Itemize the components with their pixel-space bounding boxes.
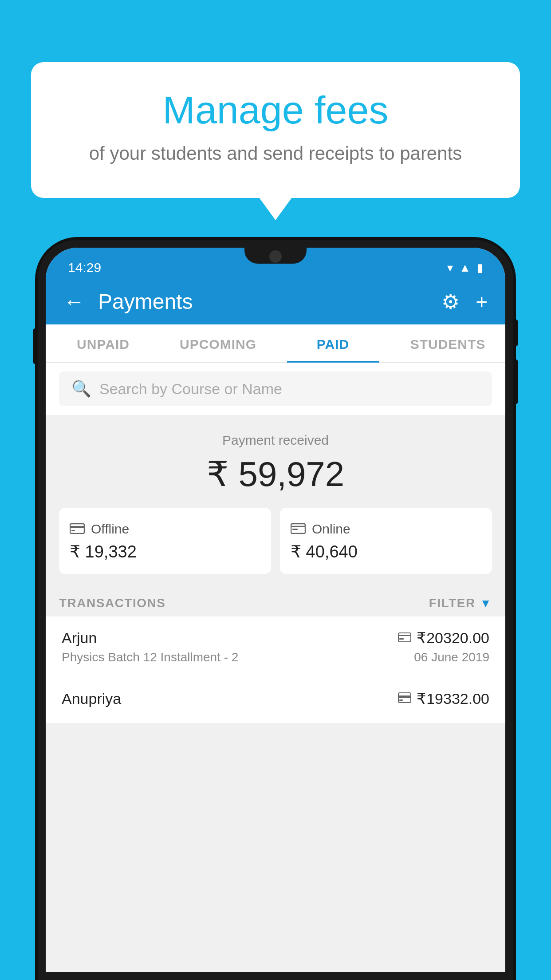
- svg-rect-1: [70, 526, 84, 528]
- transaction-course: Physics Batch 12 Installment - 2: [62, 650, 238, 664]
- payment-received-label: Payment received: [59, 433, 492, 448]
- transaction-list: Arjun ₹20320.00: [46, 616, 505, 724]
- phone-camera: [269, 250, 282, 263]
- content-area: 🔍 Search by Course or Name Payment recei…: [46, 363, 505, 972]
- plus-icon[interactable]: +: [476, 290, 488, 314]
- offline-label: Offline: [91, 522, 129, 537]
- transactions-label: TRANSACTIONS: [59, 596, 165, 610]
- speech-bubble-container: Manage fees of your students and send re…: [31, 62, 520, 198]
- online-transaction-icon: [398, 630, 411, 645]
- transactions-header: TRANSACTIONS FILTER ▼: [46, 587, 505, 616]
- phone-frame: 14:29 ▾ ▲ ▮ ← Payments ⚙ + UNPAID UPCOMI…: [38, 240, 513, 980]
- svg-rect-11: [399, 699, 403, 701]
- tab-paid[interactable]: PAID: [276, 324, 390, 362]
- transaction-name: Anupriya: [62, 690, 121, 707]
- transaction-amount-container: ₹20320.00: [398, 629, 489, 647]
- offline-amount: ₹ 19,332: [70, 542, 260, 561]
- bubble-title: Manage fees: [67, 89, 484, 132]
- svg-rect-5: [292, 529, 298, 530]
- table-row[interactable]: Anupriya ₹19332.00: [46, 677, 505, 724]
- svg-rect-8: [399, 638, 404, 640]
- side-button-right-2: [514, 360, 518, 404]
- svg-rect-0: [70, 524, 84, 533]
- offline-card-header: Offline: [70, 520, 260, 537]
- app-header: ← Payments ⚙ +: [46, 281, 505, 324]
- payment-cards: Offline ₹ 19,332: [59, 508, 492, 574]
- search-icon: 🔍: [71, 379, 91, 398]
- side-button-right-1: [514, 320, 518, 346]
- payment-summary: Payment received ₹ 59,972: [46, 415, 505, 587]
- svg-rect-6: [398, 633, 411, 642]
- filter-button[interactable]: FILTER ▼: [429, 596, 492, 610]
- transaction-amount: ₹19332.00: [417, 690, 489, 707]
- offline-transaction-icon: [398, 691, 411, 706]
- gear-icon[interactable]: ⚙: [441, 290, 460, 314]
- signal-icon: ▲: [459, 261, 471, 275]
- offline-icon: [70, 520, 85, 537]
- online-label: Online: [312, 522, 350, 537]
- search-container: 🔍 Search by Course or Name: [46, 363, 505, 415]
- search-placeholder: Search by Course or Name: [99, 380, 282, 398]
- online-icon: [291, 520, 306, 537]
- transaction-row-top: Anupriya ₹19332.00: [62, 690, 489, 707]
- page-title: Payments: [98, 289, 441, 314]
- filter-icon: ▼: [480, 597, 492, 610]
- filter-label: FILTER: [429, 596, 476, 610]
- side-button-left: [33, 328, 37, 364]
- battery-icon: ▮: [477, 261, 483, 275]
- search-box[interactable]: 🔍 Search by Course or Name: [59, 371, 492, 406]
- transaction-row-top: Arjun ₹20320.00: [62, 629, 489, 647]
- tab-upcoming[interactable]: UPCOMING: [161, 324, 276, 362]
- status-icons: ▾ ▲ ▮: [447, 261, 483, 275]
- online-card-header: Online: [291, 520, 481, 537]
- back-button[interactable]: ←: [63, 289, 85, 314]
- phone-screen: 14:29 ▾ ▲ ▮ ← Payments ⚙ + UNPAID UPCOMI…: [46, 248, 505, 972]
- online-amount: ₹ 40,640: [291, 542, 481, 561]
- offline-payment-card: Offline ₹ 19,332: [59, 508, 271, 574]
- payment-total-amount: ₹ 59,972: [59, 454, 492, 494]
- bubble-subtitle: of your students and send receipts to pa…: [67, 141, 484, 167]
- tab-unpaid[interactable]: UNPAID: [46, 324, 161, 362]
- transaction-amount: ₹20320.00: [417, 629, 489, 647]
- wifi-icon: ▾: [447, 261, 453, 275]
- online-payment-card: Online ₹ 40,640: [280, 508, 492, 574]
- status-time: 14:29: [68, 260, 101, 275]
- table-row[interactable]: Arjun ₹20320.00: [46, 616, 505, 677]
- tabs-bar: UNPAID UPCOMING PAID STUDENTS: [46, 324, 505, 363]
- transaction-row-bottom: Physics Batch 12 Installment - 2 06 June…: [62, 650, 489, 664]
- speech-bubble: Manage fees of your students and send re…: [31, 62, 520, 198]
- svg-rect-10: [398, 695, 411, 698]
- transaction-date: 06 June 2019: [414, 650, 489, 664]
- header-actions: ⚙ +: [441, 290, 488, 314]
- svg-rect-2: [71, 530, 75, 531]
- transaction-amount-container: ₹19332.00: [398, 690, 489, 707]
- transaction-name: Arjun: [62, 629, 97, 647]
- tab-students[interactable]: STUDENTS: [390, 324, 505, 362]
